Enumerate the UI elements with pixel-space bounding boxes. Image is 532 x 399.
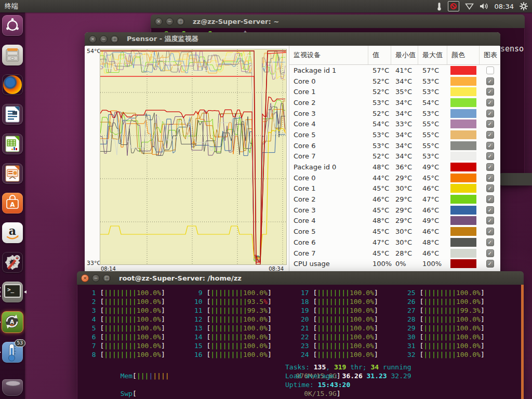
y-axis-max-label: 54°C [87,48,101,55]
sensor-row[interactable]: Core 6 47°C 30°C 48°C ✓ [289,237,500,248]
sensor-row[interactable]: Core 0 44°C 29°C 45°C ✓ [289,172,500,183]
chart-checkbox[interactable]: ✓ [486,163,494,171]
cpu-meter: 27 [|||||||||99.3%] [407,306,514,315]
color-swatch [450,206,476,215]
chart-pane: 54°C 33°C 08:14 08:34 [85,46,289,283]
network-icon[interactable] [465,3,474,10]
cpu-meter: 22 [||||||||100.0%] [301,332,407,341]
col-color[interactable]: 颜色 [447,46,480,64]
psensor-tray-icon[interactable] [448,1,459,11]
launcher-item-trash[interactable] [2,379,23,396]
launcher-item-firefox[interactable] [2,74,23,95]
launcher-item-amazon[interactable]: a [2,222,23,243]
launcher-item-dash[interactable] [2,15,23,36]
sensor-row[interactable]: Core 5 45°C 30°C 46°C ✓ [289,226,500,237]
volume-icon[interactable] [480,3,489,10]
sensor-row[interactable]: Core 3 52°C 34°C 53°C ✓ [289,108,500,119]
sensor-row[interactable]: Core 7 52°C 34°C 53°C ✓ [289,151,500,162]
close-icon[interactable]: × [81,274,89,282]
sensor-value: 45°C [368,206,391,214]
htop-titlebar[interactable]: × − □ root@zz-Super-Server: /home/zz [77,271,524,285]
cpu-meter: 31 [||||||||100.0%] [407,341,514,350]
chart-checkbox[interactable]: ✓ [486,174,494,182]
col-device[interactable]: 监视设备 [289,46,368,64]
launcher-item-calc[interactable] [2,134,23,154]
launcher-item-writer[interactable] [2,104,23,125]
col-max[interactable]: 最大值 [418,46,447,64]
sensor-row[interactable]: Core 2 53°C 34°C 54°C ✓ [289,97,500,108]
sensor-row[interactable]: Package id 1 57°C 41°C 57°C [289,65,500,76]
launcher-item-updater[interactable]: A [2,311,23,333]
sensor-value: 44°C [368,174,391,182]
sensor-row[interactable]: Core 6 53°C 34°C 55°C ✓ [289,140,500,151]
sensor-row[interactable]: Core 1 45°C 30°C 46°C ✓ [289,183,500,194]
sensor-row[interactable]: Core 4 48°C 29°C 49°C ✓ [289,216,500,227]
cpu-meter: 30 [||||||||100.0%] [407,332,514,341]
chart-checkbox[interactable]: ✓ [486,77,494,85]
clock[interactable]: 08:34 [495,3,514,10]
chart-checkbox[interactable]: ✓ [486,88,494,96]
color-swatch [450,77,476,86]
session-gear-icon[interactable] [520,2,528,10]
sensor-row[interactable]: Core 0 52°C 34°C 53°C ✓ [289,76,500,87]
color-swatch [450,174,476,182]
color-swatch [450,249,476,258]
chart-checkbox[interactable]: ✓ [486,120,494,128]
col-value[interactable]: 值 [368,46,391,64]
sensor-row[interactable]: Core 7 45°C 28°C 46°C ✓ [289,248,500,259]
active-app-name[interactable]: 终端 [0,2,18,11]
terminal-scrollbar[interactable] [521,285,524,399]
chart-checkbox[interactable] [486,66,494,74]
thermometer-icon[interactable] [436,2,442,11]
col-graph[interactable]: 图表 [480,46,500,64]
htop-terminal-window[interactable]: × − □ root@zz-Super-Server: /home/zz 1 [… [77,271,524,399]
sensor-row[interactable]: Package id 0 48°C 36°C 49°C ✓ [289,162,500,172]
chart-checkbox[interactable]: ✓ [486,131,494,139]
launcher-item-settings[interactable] [2,252,23,273]
sensor-max: 46°C [418,206,447,214]
calc-icon [2,134,23,154]
launcher-item-files[interactable] [2,45,23,65]
sensor-row[interactable]: Core 4 54°C 33°C 55°C ✓ [289,118,500,129]
close-icon[interactable]: × [155,18,163,25]
launcher-item-psensor[interactable]: 53 [2,342,23,363]
chart-checkbox[interactable]: ✓ [486,206,494,214]
psensor-window[interactable]: × − □ Psensor - 温度监视器 54°C 33°C 08:14 08… [85,32,500,283]
close-icon[interactable]: × [89,35,97,43]
col-min[interactable]: 最小值 [391,46,418,64]
sensor-row[interactable]: Core 3 45°C 29°C 46°C ✓ [289,205,500,216]
psensor-titlebar[interactable]: × − □ Psensor - 温度监视器 [85,32,500,46]
maximize-icon[interactable]: □ [177,18,184,25]
launcher-item-software[interactable]: A [2,193,23,214]
chart-checkbox[interactable]: ✓ [486,249,494,257]
minimize-icon[interactable]: − [166,18,174,25]
sensor-table: 监视设备 值 最小值 最大值 颜色 图表 Package id 1 57°C 4… [289,46,500,283]
htop-body[interactable]: 1 [||||||||100.0%]9 [||||||||100.0%]17 [… [77,285,524,399]
chart-checkbox[interactable]: ✓ [486,99,494,107]
maximize-icon[interactable]: □ [111,35,118,43]
sensor-row[interactable]: Core 2 46°C 29°C 47°C ✓ [289,194,500,205]
bgterm-titlebar[interactable]: × − □ zz@zz-Super-Server: ~ [151,15,525,29]
chart-checkbox[interactable]: ✓ [486,152,494,160]
chart-checkbox[interactable]: ✓ [486,110,494,117]
chart-checkbox[interactable]: ✓ [486,260,494,268]
launcher-item-terminal[interactable]: >_ [2,282,23,302]
chart-checkbox[interactable]: ✓ [486,217,494,224]
sensor-row[interactable]: Core 5 53°C 34°C 55°C ✓ [289,129,500,140]
maximize-icon[interactable]: □ [103,274,111,282]
chart-checkbox[interactable]: ✓ [486,195,494,203]
sensor-min: 34°C [391,99,418,107]
sensor-row[interactable]: Core 1 52°C 35°C 53°C ✓ [289,86,500,97]
minimize-icon[interactable]: − [100,35,108,43]
chart-checkbox[interactable]: ✓ [486,228,494,235]
chart-checkbox[interactable]: ✓ [486,184,494,192]
launcher-item-impress[interactable] [2,163,23,184]
chart-checkbox[interactable]: ✓ [486,238,494,246]
temperature-chart [100,49,287,265]
sensor-row[interactable]: CPU usage 100% 0% 100% ✓ [289,258,500,269]
chart-checkbox[interactable]: ✓ [486,142,494,150]
color-swatch [450,98,476,107]
minimize-icon[interactable]: − [92,274,100,282]
bgterm-title: zz@zz-Super-Server: ~ [193,18,279,25]
table-header[interactable]: 监视设备 值 最小值 最大值 颜色 图表 [289,46,500,65]
